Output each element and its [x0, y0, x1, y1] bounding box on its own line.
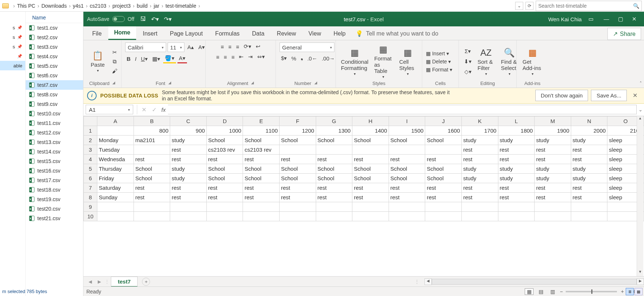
- cell[interactable]: [97, 211, 134, 221]
- font-color-icon[interactable]: A▾: [177, 54, 187, 63]
- cell[interactable]: rest: [206, 154, 243, 164]
- cancel-formula-icon[interactable]: ✕: [139, 106, 149, 113]
- file-row[interactable]: Xtest12.csv: [26, 128, 83, 137]
- cell[interactable]: rest: [352, 192, 389, 202]
- sort-filter-button[interactable]: A͏ZSort & Filter▾: [475, 48, 497, 76]
- formula-input[interactable]: [168, 105, 637, 114]
- cell[interactable]: School: [316, 135, 352, 145]
- cell[interactable]: School: [134, 173, 170, 183]
- dialog-launcher-icon[interactable]: ◢: [314, 81, 317, 86]
- dialog-launcher-icon[interactable]: ◢: [251, 81, 254, 86]
- cell[interactable]: School: [206, 164, 243, 173]
- cell[interactable]: rest: [389, 183, 425, 192]
- decrease-font-icon[interactable]: A▾: [197, 43, 206, 51]
- maximize-button[interactable]: ▢: [614, 16, 627, 22]
- cell[interactable]: rest: [571, 145, 607, 154]
- redo-icon[interactable]: ↷▾: [164, 16, 172, 23]
- paste-button[interactable]: 📋 Paste▾: [87, 51, 108, 73]
- page-break-view-icon[interactable]: ▥: [548, 288, 557, 295]
- row-header[interactable]: 8: [84, 192, 97, 202]
- file-row[interactable]: Xtest7.csv: [26, 80, 83, 90]
- font-size-combo[interactable]: 11▾: [168, 42, 184, 52]
- nav-pane-item[interactable]: 📌: [0, 51, 25, 61]
- cell[interactable]: [280, 145, 316, 154]
- cell[interactable]: rest: [280, 183, 316, 192]
- cell[interactable]: study: [461, 164, 498, 173]
- get-addins-button[interactable]: ▦Get Add-ins▾: [520, 48, 544, 76]
- delete-cells-button[interactable]: ▦ Delete ▾: [426, 59, 451, 64]
- cell[interactable]: rest: [243, 192, 280, 202]
- undo-icon[interactable]: ↶▾: [151, 16, 159, 23]
- file-row[interactable]: Xtest16.csv: [26, 166, 83, 175]
- column-header[interactable]: F: [280, 116, 316, 126]
- number-format-combo[interactable]: General▾: [280, 42, 334, 52]
- ribbon-display-icon[interactable]: ▭: [588, 16, 594, 22]
- zoom-out-icon[interactable]: −: [560, 289, 563, 295]
- cell[interactable]: rest: [280, 154, 316, 164]
- font-name-combo[interactable]: Calibri▾: [125, 42, 166, 52]
- cell[interactable]: study: [170, 135, 207, 145]
- row-header[interactable]: 5: [84, 164, 97, 173]
- accounting-format-icon[interactable]: $▾: [280, 54, 288, 62]
- file-row[interactable]: Xtest13.csv: [26, 137, 83, 147]
- file-row[interactable]: Xtest4.csv: [26, 52, 83, 61]
- cell[interactable]: study: [498, 135, 535, 145]
- cell[interactable]: 1300: [316, 126, 352, 135]
- breadcrumb-segment[interactable]: This PC: [16, 3, 37, 9]
- column-header[interactable]: J: [425, 116, 462, 126]
- comma-format-icon[interactable]: ❟: [299, 54, 304, 62]
- cell[interactable]: [352, 202, 389, 211]
- cell[interactable]: School: [280, 173, 316, 183]
- cell[interactable]: [170, 202, 207, 211]
- nav-pane-item[interactable]: able: [0, 61, 25, 70]
- enter-formula-icon[interactable]: ✓: [149, 106, 159, 113]
- cell[interactable]: rest: [170, 154, 207, 164]
- cell[interactable]: 1200: [280, 126, 316, 135]
- cell[interactable]: cs2103 rev: [243, 145, 280, 154]
- cell[interactable]: 2000: [571, 126, 607, 135]
- cell[interactable]: [352, 211, 389, 221]
- file-row[interactable]: Xtest17.csv: [26, 175, 83, 185]
- cell[interactable]: study: [535, 173, 571, 183]
- column-header[interactable]: G: [316, 116, 352, 126]
- column-header[interactable]: K: [461, 116, 498, 126]
- close-message-icon[interactable]: ✕: [630, 90, 640, 100]
- align-middle-icon[interactable]: ≡: [227, 43, 233, 51]
- cell[interactable]: rest: [280, 192, 316, 202]
- row-header[interactable]: 6: [84, 173, 97, 183]
- row-header[interactable]: 9: [84, 202, 97, 211]
- cell[interactable]: Thursday: [97, 164, 134, 173]
- align-top-icon[interactable]: ≡: [219, 43, 225, 51]
- cell[interactable]: [206, 202, 243, 211]
- cell[interactable]: [134, 211, 170, 221]
- file-row[interactable]: Xtest21.csv: [26, 214, 83, 223]
- file-row[interactable]: Xtest18.csv: [26, 185, 83, 195]
- cell[interactable]: [425, 211, 462, 221]
- merge-center-icon[interactable]: ⇔▾: [256, 53, 266, 61]
- dialog-launcher-icon[interactable]: ◢: [168, 81, 171, 86]
- copy-icon[interactable]: ⧉: [111, 58, 119, 66]
- cell[interactable]: [389, 202, 425, 211]
- row-header[interactable]: 7: [84, 183, 97, 192]
- file-row[interactable]: Xtest15.csv: [26, 156, 83, 166]
- row-header[interactable]: 10: [84, 211, 97, 221]
- nav-pane-item[interactable]: s📌: [0, 32, 25, 42]
- italic-button[interactable]: I: [134, 55, 138, 63]
- cell[interactable]: [316, 211, 352, 221]
- cell[interactable]: School: [134, 164, 170, 173]
- format-cells-button[interactable]: ▦ Format ▾: [426, 67, 452, 73]
- cell[interactable]: [425, 145, 462, 154]
- select-all-corner[interactable]: [84, 116, 97, 126]
- cell[interactable]: rest: [498, 145, 535, 154]
- cell[interactable]: 800: [134, 126, 170, 135]
- cell[interactable]: School: [425, 164, 462, 173]
- file-row[interactable]: Xtest1.csv: [26, 23, 83, 33]
- nav-pane-item[interactable]: s📌: [0, 23, 25, 32]
- cell[interactable]: [206, 211, 243, 221]
- cell[interactable]: rest: [535, 154, 571, 164]
- cell[interactable]: study: [461, 135, 498, 145]
- zoom-in-icon[interactable]: ＋: [620, 288, 625, 295]
- cell[interactable]: [535, 211, 571, 221]
- cell[interactable]: [535, 202, 571, 211]
- clear-icon[interactable]: ◇▾: [463, 68, 473, 76]
